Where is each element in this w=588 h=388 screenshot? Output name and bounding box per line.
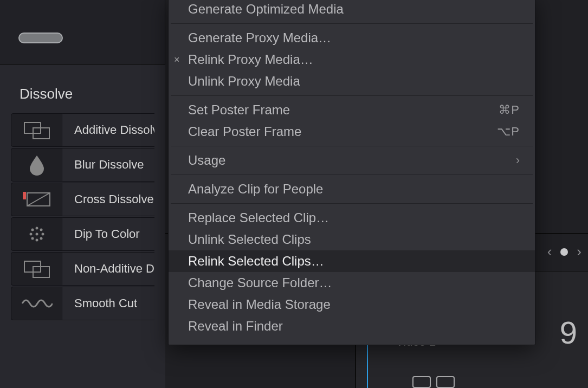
cross-dissolve-icon [11, 183, 62, 216]
menu-item-label: Clear Poster Frame [188, 124, 301, 139]
menu-shortcut: ⌘P [499, 103, 520, 117]
menu-item-label: Generate Proxy Media… [188, 30, 331, 46]
menu-item[interactable]: Reveal in Finder [169, 315, 535, 337]
scrub-pill[interactable] [18, 33, 63, 43]
context-menu: Generate Optimized MediaGenerate Proxy M… [168, 0, 535, 345]
svg-point-12 [31, 237, 34, 240]
menu-item[interactable]: Change Source Folder… [169, 272, 535, 294]
menu-item-label: Usage [188, 153, 225, 168]
svg-point-9 [41, 233, 44, 236]
chevron-right-icon[interactable]: › [577, 243, 581, 260]
menu-item[interactable]: Generate Optimized Media [169, 0, 535, 20]
menu-item-label: Reveal in Finder [188, 319, 283, 334]
svg-line-3 [27, 193, 50, 206]
close-icon: × [174, 54, 180, 66]
menu-item[interactable]: Clear Poster Frame⌥P [169, 121, 535, 143]
bottom-icons [412, 376, 455, 388]
menu-item-label: Replace Selected Clip… [188, 210, 329, 225]
menu-item[interactable]: Unlink Proxy Media [169, 70, 535, 92]
menu-item[interactable]: Analyze Clip for People [169, 178, 535, 200]
dots-icon [11, 217, 62, 251]
transition-label: Additive Dissolve [62, 113, 154, 147]
menu-item[interactable]: Usage› [169, 150, 535, 171]
transition-additive-dissolve[interactable]: Additive Dissolve [0, 113, 165, 147]
menu-item-label: Change Source Folder… [188, 275, 332, 290]
transition-label: Smooth Cut [62, 287, 154, 320]
timecode-fragment: 9 [560, 314, 577, 351]
transition-label: Cross Dissolve [62, 183, 154, 216]
toggle-box-icon[interactable] [412, 376, 431, 388]
transition-non-additive-dissolve[interactable]: Non-Additive Dissolve [0, 252, 165, 286]
menu-separator [171, 95, 533, 96]
svg-point-6 [35, 227, 38, 230]
overlap-icon [11, 252, 62, 286]
page-dot[interactable] [560, 248, 568, 256]
svg-point-10 [31, 229, 34, 231]
svg-point-5 [35, 233, 38, 236]
svg-point-7 [35, 239, 38, 242]
drop-icon [11, 148, 62, 182]
transition-dip-to-color[interactable]: Dip To Color [0, 217, 165, 251]
menu-item[interactable]: Replace Selected Clip… [169, 207, 535, 229]
menu-separator [171, 174, 533, 175]
toggle-box-icon[interactable] [436, 376, 455, 388]
menu-item[interactable]: Generate Proxy Media… [169, 27, 535, 49]
menu-item-label: Set Poster Frame [188, 102, 290, 118]
transition-blur-dissolve[interactable]: Blur Dissolve [0, 148, 165, 182]
sidebar-header: Dissolve [0, 81, 165, 112]
svg-rect-4 [23, 192, 26, 199]
overlap-icon [11, 113, 62, 147]
menu-item-label: Reveal in Media Storage [188, 297, 331, 312]
chevron-left-icon[interactable]: ‹ [547, 243, 552, 260]
page-controls: ‹ › [547, 243, 581, 260]
svg-point-8 [29, 233, 32, 236]
menu-item-label: Relink Proxy Media… [188, 52, 313, 67]
transitions-sidebar: Dissolve Additive Dissolve Blur Dissolve [0, 65, 165, 388]
menu-separator [171, 203, 533, 204]
menu-item[interactable]: Reveal in Media Storage [169, 294, 535, 315]
transition-label: Non-Additive Dissolve [62, 252, 154, 286]
transition-smooth-cut[interactable]: Smooth Cut [0, 287, 165, 320]
svg-point-13 [40, 237, 42, 240]
menu-item-label: Relink Selected Clips… [188, 254, 324, 269]
menu-item-label: Unlink Proxy Media [188, 74, 300, 89]
top-panel [0, 0, 165, 65]
transition-cross-dissolve[interactable]: Cross Dissolve [0, 183, 165, 216]
wave-icon [11, 287, 62, 320]
menu-item-label: Unlink Selected Clips [188, 232, 311, 247]
menu-item-label: Analyze Clip for People [188, 182, 323, 197]
menu-item[interactable]: Unlink Selected Clips [169, 229, 535, 250]
transition-label: Dip To Color [62, 217, 154, 251]
menu-item[interactable]: Relink Selected Clips… [169, 250, 535, 272]
chevron-right-icon: › [516, 153, 520, 167]
transition-label: Blur Dissolve [62, 148, 154, 182]
svg-point-11 [40, 229, 42, 231]
menu-item-label: Generate Optimized Media [188, 2, 344, 17]
menu-separator [171, 23, 533, 24]
menu-shortcut: ⌥P [497, 125, 520, 139]
menu-item[interactable]: Set Poster Frame⌘P [169, 99, 535, 121]
menu-separator [171, 146, 533, 146]
menu-item[interactable]: ×Relink Proxy Media… [169, 49, 535, 70]
